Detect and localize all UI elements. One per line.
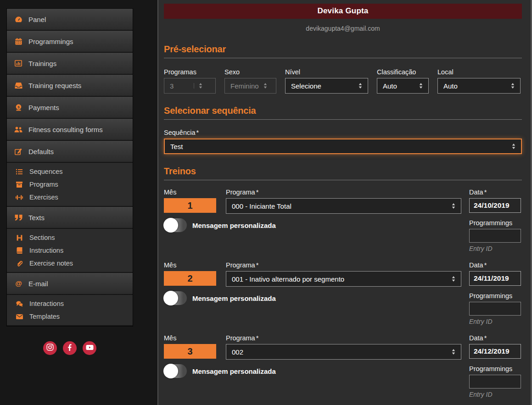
client-email: devikagupta4@gmail.com: [164, 25, 522, 32]
data-input[interactable]: 24/12/2019: [469, 344, 521, 359]
select-arrows-icon: [358, 83, 362, 89]
programmings-input[interactable]: [469, 302, 521, 316]
treino-row: Mês 3 Mensagem personalizada Programa* 0…: [164, 334, 522, 399]
sidebar-item-label: Instructions: [29, 247, 63, 254]
select-arrows-icon: [263, 83, 267, 89]
dumbbell-icon: [15, 194, 23, 200]
sidebar-item-payments[interactable]: $ Payments: [7, 97, 133, 119]
sidebar-item-texts[interactable]: Texts: [7, 207, 133, 229]
custom-message-toggle[interactable]: [164, 364, 187, 378]
book-icon: [15, 247, 23, 254]
entry-id-hint: Entry ID: [469, 245, 521, 252]
programmings-input[interactable]: [469, 229, 521, 243]
data-input[interactable]: 24/10/2019: [469, 198, 521, 213]
sidebar-item-label: Payments: [28, 104, 59, 111]
mes-badge: 2: [164, 271, 216, 286]
select-arrows-icon: [194, 83, 202, 89]
sidebar-item-label: Exercises: [29, 194, 58, 201]
classificacao-label: Classificação: [377, 68, 429, 76]
sexo-value: Feminino: [230, 82, 259, 90]
sequencia-label: Sequência*: [164, 129, 522, 136]
youtube-icon: [86, 344, 94, 352]
required-asterisk: *: [256, 189, 259, 196]
sidebar-item-email[interactable]: @ E-mail: [7, 273, 133, 295]
treino-row: Mês 1 Mensagem personalizada Programa* 0…: [164, 189, 522, 253]
nivel-select[interactable]: Selecione: [285, 78, 368, 94]
sidebar-menu: Panel Programmings Trainings Training re…: [6, 8, 133, 327]
dollar-icon: $: [14, 104, 22, 111]
sidebar-item-sections[interactable]: Sections: [7, 231, 133, 244]
sidebar-item-interactions[interactable]: Interactions: [7, 297, 133, 310]
sidebar-item-templates[interactable]: Templates: [7, 310, 133, 323]
quote-icon: [14, 215, 22, 221]
sidebar-item-exercises[interactable]: Exercises: [7, 191, 133, 204]
sidebar-item-label: Training requests: [28, 82, 81, 89]
envelope-icon: [15, 314, 23, 319]
programmings-label: Programmings: [469, 365, 521, 372]
programmings-input[interactable]: [469, 375, 521, 388]
programmings-label: Programmings: [469, 219, 521, 227]
programa-select[interactable]: 002: [226, 344, 461, 360]
local-select[interactable]: Auto: [437, 78, 521, 94]
sidebar-subgroup-defaults: Sequences Programs Exercises: [7, 163, 133, 207]
paperclip-icon: [15, 260, 23, 266]
programa-value: 000 - Iniciante Total: [232, 202, 291, 210]
programa-value: 001 - Inativo alternado por segmento: [232, 275, 344, 283]
sidebar-item-panel[interactable]: Panel: [7, 9, 133, 31]
entry-id-hint: Entry ID: [469, 318, 521, 325]
sidebar-item-fitness-consulting-forms[interactable]: Fitness consulting forms: [7, 119, 133, 141]
client-name-banner: Devika Gupta: [164, 4, 522, 19]
calendar-icon: [14, 38, 22, 45]
custom-message-toggle[interactable]: [164, 218, 187, 232]
facebook-button[interactable]: [63, 341, 77, 355]
sequencia-select[interactable]: Test: [164, 139, 522, 154]
app-window: Panel Programmings Trainings Training re…: [0, 0, 532, 405]
sidebar-item-sequences[interactable]: Sequences: [7, 165, 133, 178]
classificacao-value: Auto: [383, 82, 397, 90]
heading-h-icon: [15, 235, 23, 241]
svg-text:$: $: [17, 105, 20, 109]
sidebar-item-label: Programmings: [28, 38, 73, 45]
sidebar-item-trainings[interactable]: Trainings: [7, 53, 133, 75]
mes-badge: 3: [164, 344, 216, 359]
sidebar-item-instructions[interactable]: Instructions: [7, 244, 133, 257]
section-title-preselect: Pré-selecionar: [164, 44, 522, 58]
local-label: Local: [437, 68, 521, 76]
sidebar-item-programs[interactable]: Programs: [7, 178, 133, 191]
social-links: [6, 341, 133, 355]
toggle-knob: [163, 218, 178, 233]
programmings-label: Programmings: [469, 292, 521, 300]
main-content: Devika Gupta devikagupta4@gmail.com Pré-…: [158, 0, 532, 405]
sexo-select[interactable]: Feminino: [224, 78, 276, 94]
required-asterisk: *: [484, 189, 487, 196]
required-asterisk: *: [484, 334, 487, 342]
sidebar-item-label: Exercise notes: [29, 260, 73, 267]
programa-value: 002: [232, 348, 243, 356]
sidebar-item-label: Programs: [29, 181, 58, 188]
data-input[interactable]: 24/11/2019: [469, 271, 521, 286]
mes-label: Mês: [164, 334, 216, 342]
sidebar: Panel Programmings Trainings Training re…: [0, 0, 157, 405]
sidebar-item-label: Sections: [29, 234, 55, 241]
instagram-button[interactable]: [43, 341, 57, 355]
classificacao-select[interactable]: Auto: [377, 78, 429, 94]
programa-select[interactable]: 001 - Inativo alternado por segmento: [226, 271, 461, 287]
sidebar-item-exercise-notes[interactable]: Exercise notes: [7, 257, 133, 270]
sidebar-item-label: E-mail: [28, 280, 48, 288]
sidebar-item-training-requests[interactable]: Training requests: [7, 75, 133, 97]
custom-message-toggle[interactable]: [164, 291, 187, 305]
programas-value: 3: [170, 82, 174, 90]
programa-select[interactable]: 000 - Iniciante Total: [226, 198, 461, 214]
select-arrows-icon: [452, 349, 455, 355]
sidebar-item-defaults[interactable]: Defaults: [7, 141, 133, 163]
toggle-knob: [163, 291, 178, 305]
sidebar-item-programmings[interactable]: Programmings: [7, 31, 133, 53]
select-arrows-icon: [419, 83, 423, 89]
youtube-button[interactable]: [83, 341, 96, 355]
programas-select[interactable]: 3: [164, 78, 216, 94]
sidebar-subgroup-email: Interactions Templates: [7, 295, 133, 326]
sequencia-value: Test: [170, 143, 183, 150]
data-label: Data*: [469, 334, 521, 342]
required-asterisk: *: [196, 129, 199, 136]
ordered-list-icon: [15, 169, 23, 175]
